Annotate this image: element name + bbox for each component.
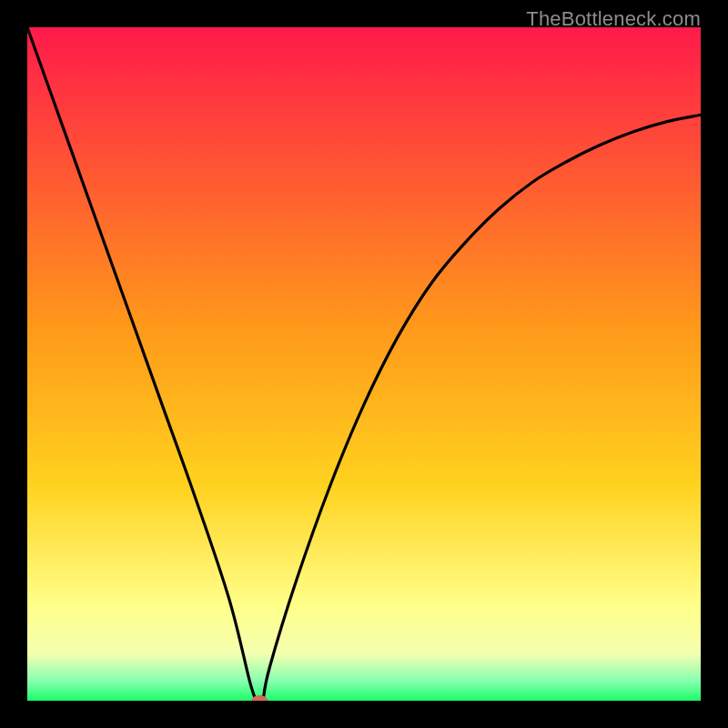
chart-svg — [27, 27, 701, 701]
plot-area — [27, 27, 701, 701]
chart-frame: TheBottleneck.com — [0, 0, 728, 728]
gradient-background — [27, 27, 701, 701]
